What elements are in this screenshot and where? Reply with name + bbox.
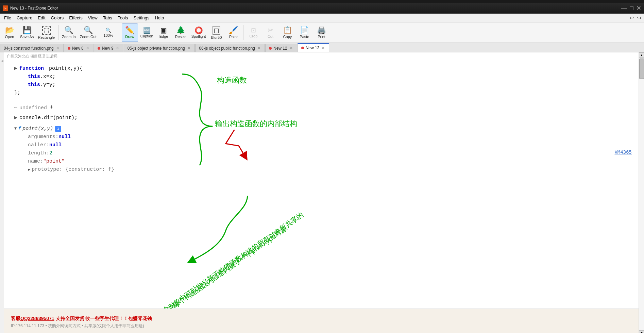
canvas-area[interactable]: 广州天河北心 项目经理 班后局 ▶ function point(x,y){ t…	[4, 52, 639, 333]
menu-bar: File Capture Edit Colors Effects View Ta…	[0, 14, 644, 22]
menu-colors[interactable]: Colors	[48, 15, 67, 21]
right-scrollbar[interactable]: ▲ ▼	[639, 52, 644, 333]
spotlight-label: Spotlight	[191, 34, 206, 38]
open-button[interactable]: 📂 Open	[1, 23, 18, 42]
edge-button[interactable]: ▣ Edge	[156, 23, 172, 42]
tab-new8-close[interactable]: ✕	[85, 46, 90, 50]
blur50-button[interactable]: ◻ Blur50	[208, 23, 224, 42]
spotlight-button[interactable]: ⭕ Spotlight	[190, 23, 208, 42]
tab-06-public-close[interactable]: ✕	[257, 46, 261, 50]
code-line-8: arguments: null	[28, 133, 632, 141]
code-f-keyword: f	[18, 125, 21, 133]
rectangle-button[interactable]: ⬚ Rectangle	[36, 23, 56, 42]
copy-button[interactable]: 📋 Copy	[279, 23, 295, 42]
spacer2	[14, 122, 632, 125]
menu-file[interactable]: File	[1, 15, 14, 21]
tab-06-public[interactable]: 06-js object public function.png ✕	[195, 44, 265, 52]
tab-05-private-close[interactable]: ✕	[187, 46, 191, 50]
toolbar: 📂 Open 💾 Save As ⬚ Rectangle 🔍 Zoom In 🔍…	[0, 22, 644, 43]
vm-reference[interactable]: VM4365	[614, 149, 632, 155]
tab-new13[interactable]: New 13 ✕	[298, 43, 329, 52]
ad-qq-label: 客服	[11, 316, 20, 321]
menu-tools[interactable]: Tools	[115, 15, 131, 21]
ad-text-rest: 支持全国发货 收一些字生代理！！包赚零花钱	[56, 316, 152, 321]
expand-proto: ▶	[28, 167, 30, 173]
redo-button[interactable]: ↪	[635, 15, 643, 21]
print-label: Print	[318, 35, 325, 39]
zoom-pct-button[interactable]: 🔍 100%	[99, 23, 118, 42]
tab-new9-close[interactable]: ✕	[115, 46, 120, 50]
code-caller-val: null	[49, 141, 62, 149]
resize-label: Resize	[175, 35, 187, 39]
expand-arrow-1: ▶	[14, 65, 17, 73]
menu-capture[interactable]: Capture	[14, 15, 35, 21]
tab-05-private[interactable]: 05-js object private function.png ✕	[124, 44, 195, 52]
left-panel-nav[interactable]: ◀	[0, 59, 4, 63]
tab-new9[interactable]: New 9 ✕	[94, 44, 123, 52]
keyword-function: function	[19, 65, 44, 73]
paint-button[interactable]: 🖌️ Paint	[225, 23, 241, 42]
crop-button[interactable]: ⊡ Crop	[245, 23, 261, 42]
scroll-thumb[interactable]	[639, 59, 644, 79]
tab-04-construct[interactable]: 04-js construct function.png ✕	[0, 44, 64, 52]
code-line-6: ▶ console.dir(point);	[14, 114, 632, 122]
paint-label: Paint	[229, 35, 238, 39]
resize-button[interactable]: 🌲 Resize	[173, 23, 189, 42]
undo-button[interactable]: ↩	[628, 15, 635, 21]
menu-view[interactable]: View	[85, 15, 100, 21]
cut-button[interactable]: ✂ Cut	[262, 23, 278, 42]
draw-button[interactable]: ✏️ Draw	[122, 23, 138, 42]
code-line-4: };	[14, 89, 632, 97]
zoom-in-button[interactable]: 🔍 Zoom In	[60, 23, 77, 42]
ad-text-sub: IP:176.114.11.173 • 茯购外网访问方式 • 共享版(仅限个人用…	[11, 323, 152, 329]
green-arc	[191, 196, 248, 261]
crop-label: Crop	[250, 34, 258, 38]
code-3b: .y=y;	[40, 81, 55, 89]
ad-text-main: 客服QQ2286395071 支持全国发货 收一些字生代理！！包赚零花钱	[11, 316, 152, 322]
menu-edit[interactable]: Edit	[35, 15, 48, 21]
sep3	[243, 25, 243, 40]
tab-new13-label: New 13	[306, 46, 320, 50]
tab-new12[interactable]: New 12 ✕	[265, 44, 297, 52]
tab-new12-dot	[269, 47, 272, 50]
copy-label: Copy	[283, 35, 292, 39]
tab-04-construct-close[interactable]: ✕	[55, 46, 60, 50]
ad-qq: QQ2286395071	[20, 316, 54, 321]
scroll-down-button[interactable]: ▼	[639, 330, 644, 333]
code-4: };	[14, 89, 20, 97]
tab-new8[interactable]: New 8 ✕	[64, 44, 94, 52]
info-icon: i	[55, 126, 61, 132]
menu-help[interactable]: Help	[152, 15, 167, 21]
code-line-5: ← undefined +	[14, 103, 632, 113]
scroll-up-button[interactable]: ▲	[639, 52, 644, 58]
code-line-10: length: 2	[28, 149, 632, 157]
tab-new12-close[interactable]: ✕	[289, 46, 293, 50]
code-console: console.dir(point);	[19, 114, 78, 122]
tab-new8-label: New 8	[72, 46, 84, 51]
window-close[interactable]: ✕	[636, 4, 641, 12]
scroll-track[interactable]	[639, 58, 644, 330]
print-button[interactable]: 🖨️ Print	[313, 23, 329, 42]
ann-diagonal: JS中每个构造函数内部都内置了一个prototype对象	[159, 224, 288, 309]
window-maximize[interactable]: □	[630, 5, 633, 12]
code-line-1: ▶ function point(x,y){	[14, 65, 632, 73]
title-bar: F New 13 - FastStone Editor — □ ✕	[0, 3, 644, 14]
code-line-2: this.x=x;	[28, 73, 632, 81]
zoom-out-button[interactable]: 🔍 Zoom Out	[78, 23, 98, 42]
code-length: length:	[28, 149, 49, 157]
kw-this-x: this	[28, 73, 40, 81]
tab-new9-label: New 9	[102, 46, 114, 51]
tab-new13-close[interactable]: ✕	[321, 46, 325, 50]
main-area: ◀ 广州天河北心 项目经理 班后局 ▶ function point(x,y){…	[0, 52, 644, 333]
resize-icon: 🌲	[176, 27, 185, 34]
save-as-button[interactable]: 💾 Save As	[18, 23, 35, 42]
window-minimize[interactable]: —	[621, 5, 627, 12]
paste-button[interactable]: 📄 Paste	[296, 23, 312, 42]
caption-button[interactable]: 🔤 Caption	[139, 23, 155, 42]
bottom-bar: 客服QQ2286395071 支持全国发货 收一些字生代理！！包赚零花钱 IP:…	[4, 309, 639, 333]
draw-label: Draw	[125, 35, 134, 39]
crop-icon: ⊡	[251, 27, 256, 33]
menu-tabs[interactable]: Tabs	[100, 15, 115, 21]
menu-effects[interactable]: Effects	[66, 15, 85, 21]
menu-settings[interactable]: Settings	[131, 15, 152, 21]
